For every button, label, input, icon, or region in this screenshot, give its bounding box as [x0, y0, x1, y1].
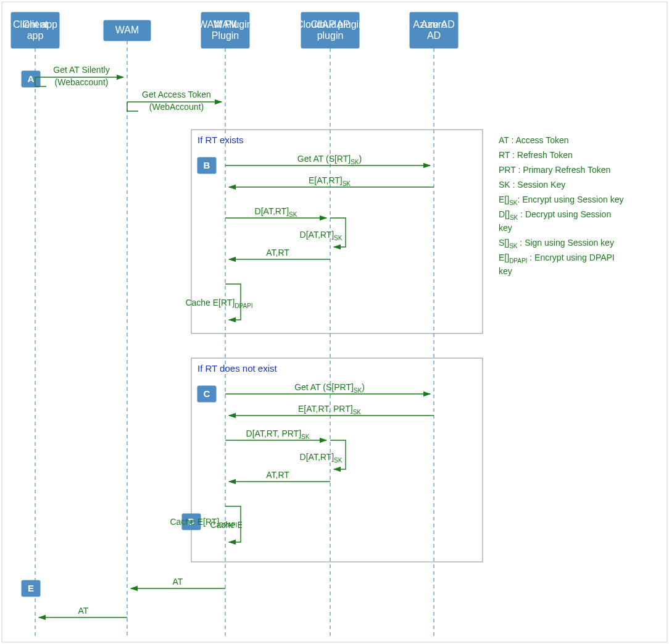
svg-text:Cache E[RT]DPAPI: Cache E[RT]DPAPI: [185, 298, 252, 309]
svg-text:RT : Refresh Token: RT : Refresh Token: [499, 150, 573, 160]
svg-text:AT: AT: [78, 606, 89, 616]
svg-text:Get AT (S[RT]SK): Get AT (S[RT]SK): [297, 154, 362, 165]
svg-text:PRT : Primary Refresh Token: PRT : Primary Refresh Token: [499, 165, 610, 175]
svg-text:key: key: [499, 223, 512, 233]
svg-text:D[AT,RT]SK: D[AT,RT]SK: [255, 206, 297, 218]
svg-text:Get AT Silently: Get AT Silently: [53, 65, 109, 75]
svg-text:E[AT,RT]SK: E[AT,RT]SK: [309, 175, 351, 187]
svg-text:E[AT,RT, PRT]SK: E[AT,RT, PRT]SK: [298, 404, 361, 416]
svg-text:AT: AT: [173, 577, 183, 587]
svg-text:AT,RT: AT,RT: [266, 470, 289, 480]
svg-text:WAMPlugin: WAMPlugin: [212, 19, 239, 41]
svg-text:WAM: WAM: [115, 25, 139, 35]
step-C: C: [197, 386, 216, 402]
step-B: B: [197, 157, 216, 174]
svg-text:E[]DPAPI : Encrypt using DPAPI: E[]DPAPI : Encrypt using DPAPI: [499, 253, 615, 264]
svg-text:E[]SK: Encrypt using Session k: E[]SK: Encrypt using Session key: [499, 194, 623, 206]
svg-text:(WebAccount): (WebAccount): [149, 102, 204, 112]
svg-text:S[]SK : Sign using Session key: S[]SK : Sign using Session key: [499, 238, 614, 249]
svg-rect-54: [242, 520, 316, 531]
step-E: E: [22, 580, 40, 596]
actor-wam: WAM: [104, 20, 151, 41]
svg-text:D[]SK : Decrypt using Session: D[]SK : Decrypt using Session: [499, 209, 611, 221]
svg-text:D[AT,RT, PRT]SK: D[AT,RT, PRT]SK: [246, 429, 310, 440]
step-A: A: [22, 71, 40, 87]
svg-text:AT,RT: AT,RT: [266, 248, 289, 257]
svg-text:C: C: [204, 388, 210, 399]
svg-text:key: key: [499, 266, 512, 276]
svg-text:AT : Access Token: AT : Access Token: [499, 135, 569, 145]
svg-text:If RT does not exist: If RT does not exist: [197, 363, 278, 374]
svg-text:B: B: [204, 160, 210, 170]
svg-text:SK : Session Key: SK : Session Key: [499, 180, 565, 190]
svg-text:Cache E[RT]DPAPI: Cache E[RT]DPAPI: [170, 517, 237, 529]
svg-text:If RT exists: If RT exists: [197, 135, 243, 145]
sequence-diagram: Client app WAM WAM Plugin CloudAP plugin…: [0, 0, 669, 644]
svg-text:D[AT,RT]SK: D[AT,RT]SK: [300, 230, 343, 241]
svg-text:Get Access Token: Get Access Token: [142, 90, 211, 99]
svg-text:D[AT,RT]SK: D[AT,RT]SK: [300, 452, 343, 464]
svg-text:Get AT (S[PRT]SK): Get AT (S[PRT]SK): [294, 382, 365, 394]
legend: AT : Access Token RT : Refresh Token PRT…: [499, 135, 623, 276]
svg-rect-0: [2, 2, 667, 642]
svg-text:(Webaccount): (Webaccount): [55, 77, 109, 87]
svg-text:A: A: [28, 73, 35, 84]
svg-text:E: E: [28, 583, 34, 593]
